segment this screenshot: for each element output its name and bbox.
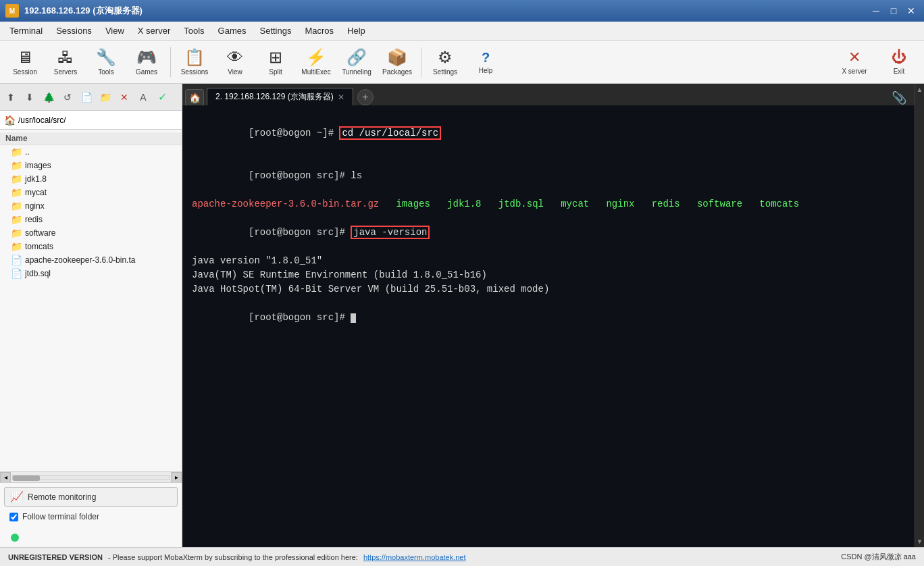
settings-button[interactable]: ⚙ Settings: [426, 44, 465, 80]
maximize-button[interactable]: □: [886, 3, 901, 18]
sidebar-newfile-button[interactable]: 📄: [78, 89, 95, 105]
tree-item-jtdb[interactable]: 📄 jtdb.sql: [0, 267, 182, 280]
main-area: ◂ Sessions Tools Macros Sftp ⬆ ⬇ 🌲 ↺ 📄 📁…: [0, 84, 924, 547]
sidebar-newfolder-button[interactable]: 📁: [97, 89, 113, 105]
scroll-up-button[interactable]: ▲: [917, 84, 923, 95]
exit-button[interactable]: ⏻ Exit: [879, 44, 919, 80]
tree-item-label: tomcats: [25, 242, 53, 251]
tree-item-software[interactable]: 📁 software: [0, 226, 182, 240]
session-button[interactable]: 🖥 Session: [5, 44, 45, 80]
tunneling-label: Tunneling: [342, 68, 371, 76]
remote-monitoring-button[interactable]: 📈 Remote monitoring: [4, 487, 178, 507]
remote-monitoring-label: Remote monitoring: [28, 492, 96, 502]
hscroll-track[interactable]: [12, 475, 170, 480]
toolbar-separator-2: [421, 47, 421, 77]
sidebar-header: ⬆ ⬇ 🌲 ↺ 📄 📁 ✕ A ✓: [0, 84, 182, 111]
tree-item-mycat[interactable]: 📁 mycat: [0, 186, 182, 199]
sidebar-refresh-button[interactable]: ↺: [59, 89, 76, 105]
menu-settings[interactable]: Settings: [253, 24, 299, 37]
attachment-icon[interactable]: 📎: [886, 91, 912, 105]
toolbar-separator-1: [170, 47, 171, 77]
terminal-cursor: [351, 313, 356, 323]
tunneling-button[interactable]: 🔗 Tunneling: [337, 44, 376, 80]
tree-item-nginx[interactable]: 📁 nginx: [0, 199, 182, 213]
split-icon: ⊞: [269, 48, 282, 67]
terminal-line-cursor: [root@bogon src]#: [192, 297, 905, 339]
file-icon: 📄: [11, 255, 22, 265]
close-button[interactable]: ✕: [904, 3, 919, 18]
hscroll-left[interactable]: ◂: [0, 472, 11, 483]
packages-icon: 📦: [387, 48, 407, 67]
session-label: Session: [13, 68, 37, 76]
terminal-line-jv3: Java HotSpot(TM) 64-Bit Server VM (build…: [192, 282, 905, 297]
tree-item-images[interactable]: 📁 images: [0, 159, 182, 172]
multiexec-button[interactable]: ⚡ MultiExec: [297, 44, 336, 80]
games-button[interactable]: 🎮 Games: [127, 44, 166, 80]
menu-terminal[interactable]: Terminal: [3, 24, 49, 37]
tree-item-label: jdk1.8: [25, 174, 47, 184]
scroll-down-button[interactable]: ▼: [917, 536, 923, 547]
menu-view[interactable]: View: [99, 24, 131, 37]
menu-xserver[interactable]: X server: [131, 24, 177, 37]
tree-header: Name: [0, 132, 182, 145]
status-link[interactable]: https://mobaxterm.mobatek.net: [363, 553, 466, 561]
tunneling-icon: 🔗: [346, 48, 367, 67]
tab-add-button[interactable]: +: [357, 89, 374, 105]
tree-item-redis[interactable]: 📁 redis: [0, 213, 182, 226]
title-bar: M 192.168.126.129 (京淘服务器) ─ □ ✕: [0, 0, 924, 22]
sidebar-tree-button[interactable]: 🌲: [41, 89, 57, 105]
follow-terminal-checkbox[interactable]: Follow terminal folder: [4, 509, 178, 524]
servers-icon: 🖧: [57, 48, 74, 67]
sidebar: ◂ Sessions Tools Macros Sftp ⬆ ⬇ 🌲 ↺ 📄 📁…: [0, 84, 182, 547]
tree-item-jdk[interactable]: 📁 jdk1.8: [0, 172, 182, 186]
path-bar: 🏠: [0, 111, 182, 130]
follow-terminal-check[interactable]: [9, 513, 18, 521]
menu-sessions[interactable]: Sessions: [49, 24, 99, 37]
sidebar-bottom: 📈 Remote monitoring Follow terminal fold…: [0, 482, 182, 528]
minimize-button[interactable]: ─: [869, 3, 883, 18]
path-input[interactable]: [18, 115, 178, 125]
view-button[interactable]: 👁 View: [215, 44, 255, 80]
tab-close-button[interactable]: ✕: [338, 93, 344, 102]
prompt: [root@bogon ~]#: [249, 128, 339, 138]
terminal-content[interactable]: [root@bogon ~]# cd /usr/local/src [root@…: [182, 105, 915, 547]
tree-item-label: software: [25, 228, 55, 238]
sidebar-delete-button[interactable]: ✕: [116, 89, 132, 105]
sessions-icon: 📋: [184, 48, 205, 67]
menu-tools[interactable]: Tools: [177, 24, 211, 37]
terminal-line-java: [root@bogon src]# java -version: [192, 211, 905, 254]
right-scrollbar[interactable]: ▲ ▼: [915, 84, 924, 547]
terminal-tab[interactable]: 2. 192.168.126.129 (京淘服务器) ✕: [207, 88, 353, 105]
terminal-wrapper: 🏠 2. 192.168.126.129 (京淘服务器) ✕ + 📎 [root…: [182, 84, 924, 547]
multiexec-label: MultiExec: [301, 68, 330, 76]
tab-label: 2. 192.168.126.129 (京淘服务器): [215, 91, 334, 103]
hscroll-right[interactable]: ▸: [171, 472, 182, 483]
sidebar-font-button[interactable]: A: [135, 89, 151, 105]
split-button[interactable]: ⊞ Split: [256, 44, 295, 80]
menu-help[interactable]: Help: [340, 24, 372, 37]
tree-item-tomcats[interactable]: 📁 tomcats: [0, 240, 182, 253]
help-button[interactable]: ? Help: [466, 44, 505, 80]
servers-button[interactable]: 🖧 Servers: [46, 44, 85, 80]
sidebar-upload-button[interactable]: ⬆: [3, 89, 19, 105]
xserver-button[interactable]: ✕ X server: [831, 44, 878, 80]
sidebar-confirm-button[interactable]: ✓: [154, 89, 170, 105]
help-icon: ?: [482, 50, 490, 66]
tree-item-label: redis: [25, 215, 43, 224]
settings-icon: ⚙: [438, 48, 453, 67]
tree-item-parent[interactable]: 📁 ..: [0, 145, 182, 159]
hscroll-thumb: [13, 475, 40, 481]
terminal-line-jv1: java version "1.8.0_51": [192, 254, 905, 268]
tree-item-label: mycat: [25, 188, 47, 197]
tree-item-apache[interactable]: 📄 apache-zookeeper-3.6.0-bin.ta: [0, 253, 182, 267]
sidebar-download-button[interactable]: ⬇: [22, 89, 38, 105]
packages-button[interactable]: 📦 Packages: [378, 44, 417, 80]
prompt: [root@bogon src]# ls: [249, 170, 362, 181]
tools-icon: 🔧: [96, 48, 116, 67]
menu-games[interactable]: Games: [211, 24, 253, 37]
sessions-button[interactable]: 📋 Sessions: [175, 44, 214, 80]
tools-button[interactable]: 🔧 Tools: [86, 44, 126, 80]
menu-macros[interactable]: Macros: [298, 24, 340, 37]
tab-home-button[interactable]: 🏠: [185, 89, 204, 105]
terminal-line-1: [root@bogon ~]# cd /usr/local/src: [192, 112, 905, 155]
